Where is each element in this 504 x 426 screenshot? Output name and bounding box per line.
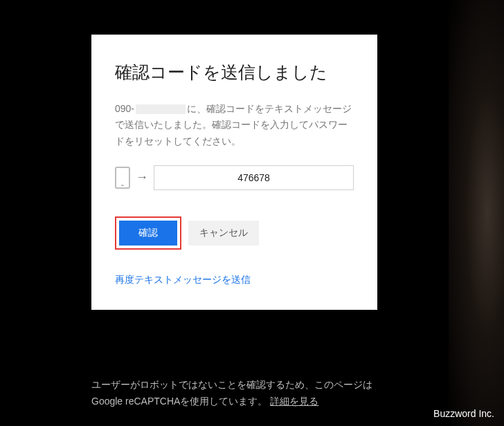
recaptcha-detail-link[interactable]: 詳細を見る xyxy=(270,396,318,407)
button-row: 確認 キャンセル xyxy=(115,216,354,250)
phone-prefix: 090- xyxy=(115,103,134,114)
resend-sms-link[interactable]: 再度テキストメッセージを送信 xyxy=(115,274,251,285)
code-input-row: → xyxy=(115,165,354,190)
redacted-phone xyxy=(136,104,186,114)
recaptcha-note: ユーザーがロボットではないことを確認するため、このページはGoogle reCA… xyxy=(91,377,377,410)
verification-code-input[interactable] xyxy=(154,165,354,190)
recaptcha-text: ユーザーがロボットではないことを確認するため、このページはGoogle reCA… xyxy=(91,379,372,407)
verification-card: 確認コードを送信しました 090-に、確認コードをテキストメッセージで送信いたし… xyxy=(91,35,377,310)
arrow-right-icon: → xyxy=(136,170,148,185)
confirm-highlight: 確認 xyxy=(115,216,181,250)
cancel-button[interactable]: キャンセル xyxy=(188,221,259,246)
background-image xyxy=(449,0,504,426)
confirm-button[interactable]: 確認 xyxy=(119,221,177,246)
card-description: 090-に、確認コードをテキストメッセージで送信いたしました。確認コードを入力し… xyxy=(115,101,354,150)
card-title: 確認コードを送信しました xyxy=(115,59,354,86)
watermark: Buzzword Inc. xyxy=(433,408,494,419)
phone-icon xyxy=(115,167,130,189)
